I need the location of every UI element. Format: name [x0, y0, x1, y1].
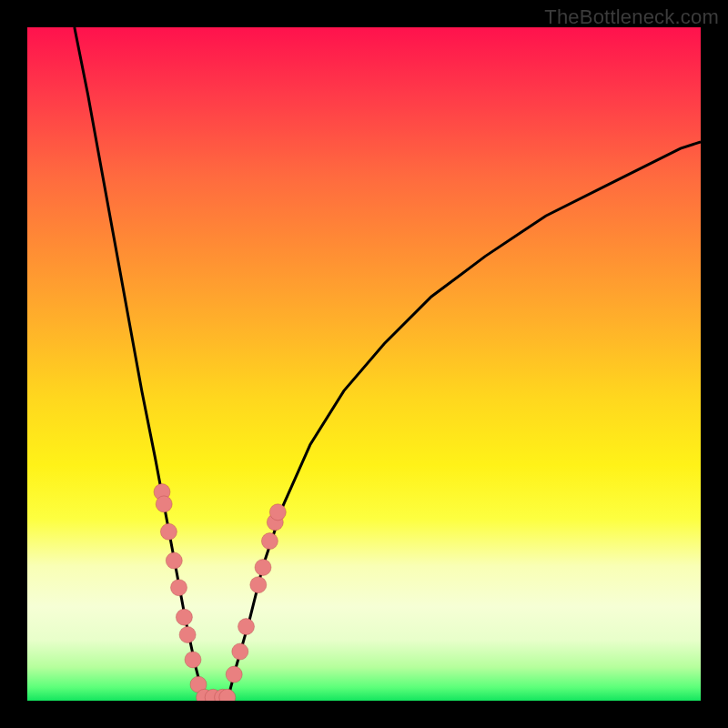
- data-marker: [269, 504, 286, 521]
- data-marker: [171, 580, 187, 596]
- right-curve: [228, 142, 701, 701]
- watermark-text: TheBottleneck.com: [544, 5, 719, 29]
- data-marker: [176, 609, 192, 625]
- data-marker: [255, 560, 271, 576]
- data-marker: [160, 523, 177, 540]
- data-marker: [166, 552, 182, 569]
- data-marker: [156, 496, 172, 512]
- plot-area: [27, 27, 701, 701]
- data-marker: [250, 577, 267, 593]
- left-curve: [75, 27, 205, 701]
- data-marker: [185, 652, 201, 668]
- marker-group: [154, 484, 286, 701]
- data-marker: [261, 533, 278, 550]
- data-marker: [238, 619, 255, 635]
- chart-overlay: [27, 27, 701, 701]
- data-marker: [226, 666, 242, 682]
- data-marker: [232, 643, 248, 660]
- bottleneck-chart: TheBottleneck.com: [0, 0, 728, 728]
- data-marker: [219, 689, 236, 701]
- data-marker: [179, 627, 196, 643]
